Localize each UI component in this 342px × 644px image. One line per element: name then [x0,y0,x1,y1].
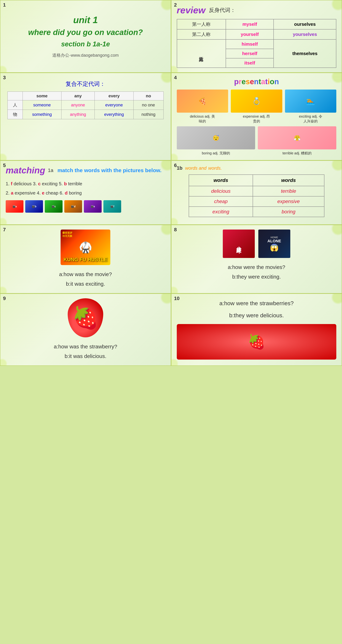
table-header: every [95,92,134,100]
cell-7: 7 爆笑贺岁 功无无敌 🥋 KUNG FU HUSTLE a:how was t… [0,225,171,294]
table-cell: terrible [253,186,324,196]
website-label: 道格办公-www.daogebangong.com [52,52,119,58]
dialog-b-7: b:it was exciting. [59,279,112,289]
swim-image: 🏊 [285,90,336,113]
kung-fu-poster: 爆笑贺岁 功无无敌 🥋 KUNG FU HUSTLE [60,230,110,265]
cell-number-3: 3 [3,75,6,80]
movie-posters-row: 少林足球 HOME ALONE 😱 [223,230,290,258]
jewelry-image: 💍 [231,90,282,113]
item-num: 6. [60,190,65,196]
table-cell: exciting [189,206,253,217]
img-item-delicious: 🍕 delicious adj. 美味的 [177,90,228,124]
cell-10: 10 a:how were the strawberries? b:they w… [171,294,342,366]
poster-chinese-text: 少林足球 [236,242,242,245]
table-cell: no one [134,100,164,110]
table-cell: 第二人称 [177,29,226,40]
cell-1: 1 unit 1 where did you go on vacation? s… [0,0,171,73]
img-item-expensive: 💍 expensive adj. 昂贵的 [231,90,282,124]
movie-images-row: 🎬a 🎬b 🎬c 🎬d 🎬e 🎬f [6,200,166,213]
review-header: review 反身代词： [177,5,336,16]
table-cell: myself [226,19,274,29]
table-row: delicious terrible [189,186,324,196]
terrible-image: 😤 [258,126,336,150]
food-image: 🍕 [177,90,228,113]
cell-number-9: 9 [3,296,6,301]
table-cell: everyone [95,100,134,110]
img-caption-terrible: terrible adj. 糟糕的 [282,151,312,156]
word-table: words words delicious terrible cheap exp… [189,174,324,217]
table-header: some [22,92,61,100]
table-cell: yourself [226,29,274,40]
item-word: cheap [44,190,60,196]
poster-home-alone: HOME ALONE 😱 [258,230,290,258]
cell-number-2: 2 [174,2,177,8]
img-item-exciting: 🏊 exciting adj. 令人兴奋的 [285,90,336,124]
item-word: expensive [13,190,37,196]
section-title: section b 1a-1e [61,40,110,48]
dialog-text-7: a:how was the movie? b:it was exciting. [59,270,112,289]
table-cell: boring [253,206,324,217]
cell6-header: 1b words and words. [177,165,336,171]
cell-number-10: 10 [174,296,180,301]
table-cell: himself [226,40,274,49]
table-cell: itself [226,58,274,68]
col-header-2: words [253,175,324,186]
cell-number-6: 6 [174,162,177,168]
kung-fu-text: KUNG FU HUSTLE [64,257,108,262]
movie-img-a: 🎬a [6,200,24,213]
table-cell: everything [95,110,134,119]
table-cell: anyone [61,100,94,110]
answer-d: d [65,190,68,196]
answer-b: b [64,181,67,186]
img-caption-delicious: delicious adj. 美味的 [190,114,215,124]
presentation-title: presentation [177,78,336,86]
main-grid: 1 unit 1 where did you go on vacation? s… [0,0,342,366]
item-word: delicious [12,181,33,186]
alone-label: ALONE [268,239,281,244]
table-row: 第一人称 myself ourselves [177,19,336,29]
table-row: cheap expensive [189,196,324,206]
review-subtitle: 反身代词： [209,6,236,14]
table-cell: nothing [134,110,164,119]
header-text2: words. [208,166,222,171]
table-row: 人 someone anyone everyone no one [8,100,164,110]
matching-word: matching [6,165,45,176]
dialog-a-10: a:how were the strawberries? [177,298,336,308]
movie-img-b: 🎬b [25,200,43,213]
movie-img-c: 🎬c [45,200,62,213]
poster-home-text: HOME ALONE 😱 [268,236,281,252]
item-num: 4. [37,190,42,196]
home-icon: 😱 [268,244,281,252]
table-cell: 物 [8,110,23,119]
table-row: 第二人称 yourself yourselves [177,29,336,40]
strawberry-image-9 [68,298,103,337]
table-cell: 第一人称 [177,19,226,29]
table-cell: ourselves [274,19,336,29]
cell-number-7: 7 [3,227,6,232]
item-word: exciting [41,181,59,186]
dialog-a-7: a:how was the movie? [59,270,112,279]
matching-header: matching 1a match the words with the pic… [6,165,166,176]
header-text1: words and [185,166,206,171]
unit-title: unit 1 [73,14,98,25]
dialog-text-9: a:how was the strawberry? b:it was delic… [54,342,117,361]
table-cell: yourselves [274,29,336,40]
dialog-a-8: a:how were the movies? [228,262,285,272]
item-num: 1. [6,181,11,186]
dialog-b-9: b:it was delicious. [54,352,117,361]
cell-number-1: 1 [3,2,6,8]
movie-img-f: 🎬f [104,200,121,213]
task-num: 1b [177,165,183,171]
table-cell: herself [226,49,274,58]
item-word: terrible [67,181,82,186]
cell-number-5: 5 [3,162,6,168]
task-desc: match the words with the pictures below. [58,167,162,174]
answer-f: f [11,181,12,186]
boring-image: 😴 [177,126,255,150]
table-cell: cheap [189,196,253,206]
compound-table: some any every no 人 someone anyone every… [8,92,164,119]
strawberry-image-10: 🍓 [177,324,336,360]
poster-chinese: 少林足球 [223,230,255,258]
img-caption-expensive: expensive adj. 昂贵的 [243,114,270,124]
table-row: exciting boring [189,206,324,217]
